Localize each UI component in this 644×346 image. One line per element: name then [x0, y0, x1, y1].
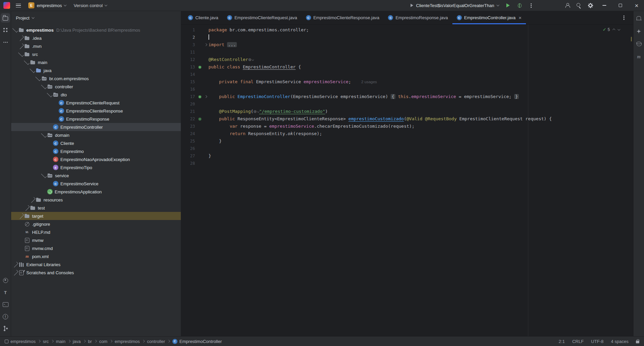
line-number[interactable]: 28: [181, 160, 196, 167]
chevron-up-icon[interactable]: [613, 29, 615, 31]
tree-item-scratches-and-consoles[interactable]: Scratches and Consoles: [11, 269, 181, 277]
line-number[interactable]: 1: [181, 26, 196, 34]
line-number[interactable]: 27: [181, 152, 196, 160]
tab-options-button[interactable]: [619, 13, 628, 23]
tree-item-emprestimoclienterequest[interactable]: EmprestimoClienteRequest: [11, 99, 181, 107]
tree-item-emprestimocontroller[interactable]: EmprestimoController: [11, 123, 181, 131]
code-line-17[interactable]: 17 public EmprestimoController(Emprestim…: [181, 93, 633, 100]
main-menu-button[interactable]: [13, 1, 24, 10]
indent-widget[interactable]: 4 spaces: [611, 339, 628, 344]
tree-item-emprestimo[interactable]: Emprestimo: [11, 147, 181, 155]
code-line-27[interactable]: 27}: [181, 152, 633, 160]
line-number[interactable]: 17: [181, 93, 196, 100]
tree-item-resources[interactable]: resources: [11, 196, 181, 204]
line-number[interactable]: 22: [181, 115, 196, 123]
chevron-down-icon[interactable]: [35, 74, 41, 83]
maximize-button[interactable]: [613, 0, 628, 11]
line-number[interactable]: 26: [181, 145, 196, 152]
run-button[interactable]: [503, 0, 513, 10]
line-number[interactable]: 23: [181, 123, 196, 130]
tree-item-gitignore[interactable]: .gitignore: [11, 220, 181, 228]
tree-item-service[interactable]: service: [11, 171, 181, 180]
terminal-icon[interactable]: [1, 300, 10, 309]
code-line-14[interactable]: 14: [181, 71, 633, 78]
fold-chevron-icon[interactable]: [203, 93, 208, 100]
tree-item-mvn[interactable]: .mvn: [11, 42, 181, 50]
chevron-right-icon[interactable]: [18, 42, 24, 50]
tree-item-external-libraries[interactable]: External Libraries: [11, 260, 181, 269]
tree-item-emprestimoclienteresponse[interactable]: EmprestimoClienteResponse: [11, 107, 181, 115]
version-control-icon[interactable]: [1, 324, 10, 334]
tree-item-cliente[interactable]: Cliente: [11, 139, 181, 147]
chevron-down-icon[interactable]: [41, 83, 47, 91]
breadcrumb-item[interactable]: emprestimos: [115, 339, 140, 344]
tree-item-src[interactable]: src: [11, 50, 181, 58]
line-number[interactable]: 20: [181, 100, 196, 108]
tree-item-dto[interactable]: dto: [11, 91, 181, 99]
chevron-right-icon[interactable]: [12, 260, 18, 269]
code-lines[interactable]: 1package br.com.emprestimos.controller;2…: [181, 26, 633, 167]
tree-item-main[interactable]: main: [11, 58, 181, 66]
code-line-21[interactable]: 21 @PostMapping(⊕"/emprestimo-customizad…: [181, 108, 633, 115]
breadcrumb-item[interactable]: main: [56, 339, 65, 344]
tree-item-mvnw[interactable]: mvnw: [11, 236, 181, 244]
todo-icon[interactable]: [1, 288, 10, 297]
maven-icon[interactable]: [634, 52, 644, 62]
close-button[interactable]: ×: [629, 0, 644, 11]
tree-item-help-md[interactable]: HELP.md: [11, 228, 181, 236]
code-line-12[interactable]: 12@RestController⊕: [181, 56, 633, 63]
debug-button[interactable]: [514, 0, 525, 10]
code-line-23[interactable]: 23 var response = emprestimoService.chec…: [181, 123, 633, 130]
line-number[interactable]: 13: [181, 63, 196, 71]
chevron-down-icon[interactable]: [47, 91, 53, 99]
code-line-3[interactable]: 3import ...: [181, 41, 633, 49]
tab-emprestimoresponse-java[interactable]: EmprestimoResponse.java: [384, 11, 452, 24]
line-number[interactable]: 3: [181, 41, 196, 49]
tree-item-emprestimotipo[interactable]: EmprestimoTipo: [11, 163, 181, 171]
breadcrumb-item[interactable]: EmprestimoController: [172, 339, 222, 344]
breadcrumb-item[interactable]: emprestimos: [5, 339, 35, 344]
tree-item-mvnw-cmd[interactable]: mvnw.cmd: [11, 244, 181, 252]
minimize-button[interactable]: [597, 0, 612, 11]
project-tree[interactable]: emprestimosD:\Java Projects\Backend BR\e…: [11, 25, 181, 336]
run-configuration-selector[interactable]: ClienteTest$isValorEqualOrGreaterThan: [408, 3, 502, 8]
tree-item-controller[interactable]: controller: [11, 83, 181, 91]
tab-emprestimoclienterequest-java[interactable]: EmprestimoClienteRequest.java: [223, 11, 302, 24]
code-line-11[interactable]: 11: [181, 49, 633, 56]
line-separator-widget[interactable]: CRLF: [572, 339, 584, 344]
project-selector[interactable]: E emprestimos: [25, 1, 69, 10]
structure-icon[interactable]: [1, 25, 10, 35]
line-number[interactable]: 24: [181, 130, 196, 137]
chevron-right-icon[interactable]: [12, 269, 18, 277]
tree-item-emprestimos[interactable]: emprestimosD:\Java Projects\Backend BR\e…: [11, 26, 181, 34]
encoding-widget[interactable]: UTF-8: [591, 339, 604, 344]
tree-item-emprestimoresponse[interactable]: EmprestimoResponse: [11, 115, 181, 123]
code-line-22[interactable]: 22 public ResponseEntity<EmprestimoClien…: [181, 115, 633, 123]
chevron-right-icon[interactable]: [30, 196, 35, 204]
line-number[interactable]: 2: [181, 34, 196, 41]
tab-emprestimoclienteresponse-java[interactable]: EmprestimoClienteResponse.java: [302, 11, 384, 24]
code-line-26[interactable]: 26: [181, 145, 633, 152]
more-tools-icon[interactable]: [1, 37, 10, 47]
version-control-menu[interactable]: Version control: [71, 1, 110, 10]
code-line-2[interactable]: 2: [181, 34, 633, 41]
notifications-icon[interactable]: [634, 14, 644, 23]
settings-button[interactable]: [585, 0, 595, 10]
tree-item-emprestimosapplication[interactable]: EmprestimosApplication: [11, 188, 181, 196]
line-number[interactable]: 16: [181, 86, 196, 93]
code-line-1[interactable]: 1package br.com.emprestimos.controller;: [181, 26, 633, 34]
fold-chevron-icon[interactable]: [203, 41, 208, 49]
code-editor[interactable]: ✓ 5 1package br.com.emprestimos.controll…: [181, 25, 633, 336]
line-number[interactable]: 15: [181, 78, 196, 86]
lock-icon[interactable]: [636, 341, 639, 343]
spring-bean-gutter-icon[interactable]: [196, 93, 203, 100]
tree-item-idea[interactable]: .idea: [11, 34, 181, 42]
caret-position-widget[interactable]: 2:1: [559, 339, 565, 344]
chevron-down-icon[interactable]: [30, 66, 35, 74]
ai-assistant-icon[interactable]: [634, 27, 644, 36]
chevron-right-icon[interactable]: [24, 204, 30, 212]
chevron-down-icon[interactable]: [12, 26, 18, 34]
tree-item-domain[interactable]: domain: [11, 131, 181, 139]
tab-cliente-java[interactable]: Cliente.java: [184, 11, 223, 24]
line-number[interactable]: 14: [181, 71, 196, 78]
